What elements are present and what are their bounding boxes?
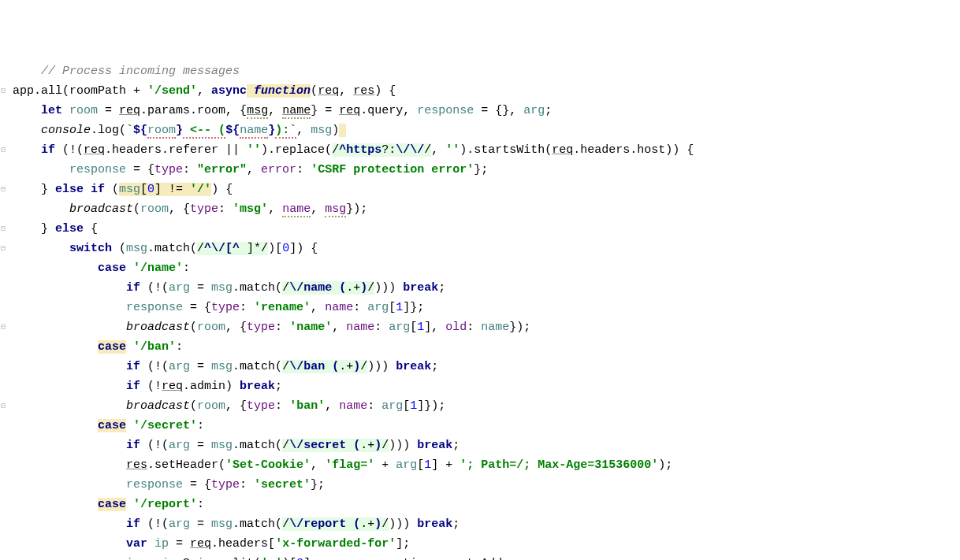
code-line[interactable]: case '/ban': (13, 337, 960, 357)
code-line[interactable]: if (!(arg = msg.match(/\/secret (.+)/)))… (13, 436, 960, 455)
code-line[interactable]: res.setHeader('Set-Cookie', 'flag=' + ar… (13, 455, 960, 475)
code-line[interactable]: app.all(roomPath + '/send', async functi… (13, 81, 960, 101)
code-line[interactable]: case '/report': (13, 495, 960, 514)
code-editor[interactable]: ⊟ ⊟ ⊟ ⊟ ⊟ ⊟ ⊟ // Process incoming messag… (0, 54, 960, 560)
fold-icon[interactable]: ⊟ (1, 87, 9, 95)
fold-icon[interactable]: ⊟ (1, 324, 9, 332)
code-line[interactable]: switch (msg.match(/^\/[^ ]*/)[0]) { (13, 239, 960, 258)
fold-icon[interactable]: ⊟ (1, 402, 9, 410)
code-line[interactable]: console.log(`${room} <-- (${name}):`, ms… (13, 121, 960, 140)
code-line[interactable]: response = {type: 'secret'}; (13, 475, 960, 495)
code-area[interactable]: // Process incoming messagesapp.all(room… (9, 54, 960, 560)
code-line[interactable]: } else if (msg[0] != '/') { (13, 180, 960, 199)
code-line[interactable]: if (!(arg = msg.match(/\/name (.+)/))) b… (13, 278, 960, 298)
fold-icon[interactable]: ⊟ (1, 146, 9, 154)
code-line[interactable]: if (!req.admin) break; (13, 376, 960, 396)
code-line[interactable]: broadcast(room, {type: 'name', name: arg… (13, 317, 960, 337)
fold-icon[interactable]: ⊟ (1, 245, 9, 253)
gutter: ⊟ ⊟ ⊟ ⊟ ⊟ ⊟ ⊟ (0, 54, 9, 560)
code-line[interactable]: let room = req.params.room, {msg, name} … (13, 101, 960, 121)
code-line[interactable]: case '/name': (13, 258, 960, 278)
code-line[interactable]: var ip = req.headers['x-forwarded-for']; (13, 534, 960, 554)
code-line[interactable]: response = {type: 'rename', name: arg[1]… (13, 298, 960, 317)
code-line[interactable]: if (!(req.headers.referer || '').replace… (13, 140, 960, 160)
code-line[interactable]: // Process incoming messages (13, 61, 960, 81)
code-line[interactable]: ip = ip ? ip.split(',')[0] : req.connect… (13, 554, 960, 560)
code-line[interactable]: if (!(arg = msg.match(/\/ban (.+)/))) br… (13, 357, 960, 376)
code-line[interactable]: case '/secret': (13, 416, 960, 436)
code-line[interactable]: broadcast(room, {type: 'msg', name, msg}… (13, 199, 960, 219)
code-line[interactable]: if (!(arg = msg.match(/\/report (.+)/)))… (13, 514, 960, 534)
code-line[interactable]: } else { (13, 219, 960, 239)
fold-icon[interactable]: ⊟ (1, 186, 9, 194)
code-line[interactable]: response = {type: "error", error: 'CSRF … (13, 160, 960, 180)
fold-icon[interactable]: ⊟ (1, 225, 9, 233)
code-line[interactable]: broadcast(room, {type: 'ban', name: arg[… (13, 396, 960, 416)
